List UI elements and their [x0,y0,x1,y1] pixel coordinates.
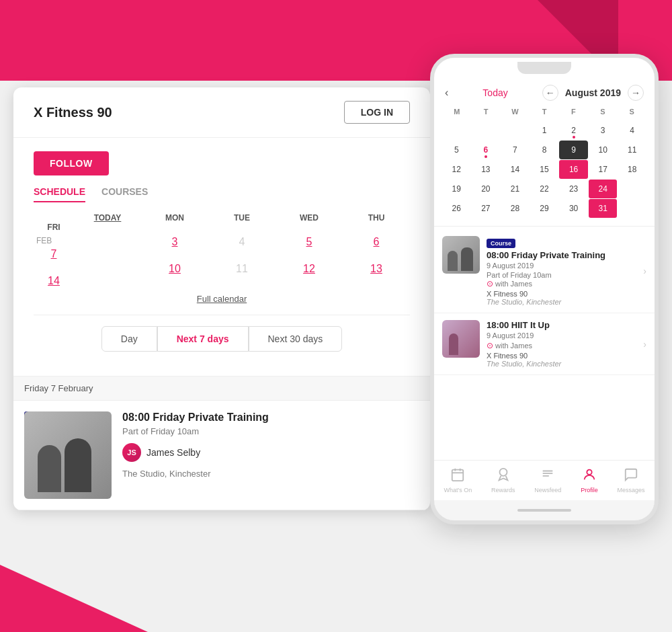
cal-cell-23[interactable]: 23 [559,180,588,198]
cal-date-7[interactable]: 7 [34,248,74,260]
login-button[interactable]: LOG IN [344,101,410,124]
date-section-label: Friday 7 February [13,376,430,401]
phone-session-arrow-1[interactable]: › [643,266,646,276]
cal-cell-6[interactable]: 6 [472,141,501,159]
cal-cell-14[interactable]: 14 [501,160,530,179]
newsfeed-label: Newsfeed [534,487,561,493]
cal-cell-16[interactable]: 16 [559,160,588,179]
phone-prev-month[interactable]: ← [542,85,558,101]
main-card: X Fitness 90 LOG IN FOLLOW SCHEDULE COUR… [13,87,430,510]
phone-course-badge-1: Course [487,239,515,248]
phone-back-arrow[interactable]: ‹ [445,87,448,99]
phone-session-sub-1: Part of Friday 10am [487,271,636,279]
session-photo [24,411,112,499]
cal-day-wed: WED [276,213,343,223]
cal-cell-11[interactable]: 11 [618,141,646,159]
cal-cell-5[interactable]: 5 [442,141,471,159]
next7-view-button[interactable]: Next 7 days [157,326,249,352]
phone-session-item-2[interactable]: 18:00 HIIT It Up 9 August 2019 ⊙ with Ja… [434,313,655,375]
trainer-name: James Selby [146,447,200,458]
phone-session-arrow-2[interactable]: › [643,339,646,350]
cal-cell-8[interactable]: 8 [530,141,559,159]
phone-nav-whats-on[interactable]: What's On [444,467,472,493]
cal-cell-31[interactable]: 31 [589,199,618,218]
cal-cell-7[interactable]: 7 [501,141,530,159]
tab-courses[interactable]: COURSES [101,186,148,202]
full-calendar-link[interactable]: Full calendar [34,294,410,304]
cal-cell-27[interactable]: 27 [472,199,501,218]
cal-month-feb: FEB [34,236,74,248]
newsfeed-icon [540,467,555,485]
cal-day-thu: THU [343,213,410,223]
cal-cell-29[interactable]: 29 [530,199,559,218]
cal-cell-4[interactable]: 4 [618,121,646,140]
phone-session-item-1[interactable]: Course 08:00 Friday Private Training 9 A… [434,229,655,313]
phone-cal-t1: T [471,105,500,118]
home-indicator [517,509,571,512]
cal-cell-13[interactable]: 13 [472,160,501,179]
phone-location-italic-2: The Studio, Kinchester [487,360,636,368]
cal-cell-25[interactable] [618,180,646,198]
cal-date-6[interactable]: 6 [343,236,410,248]
cal-date-3[interactable]: 3 [141,236,208,248]
cal-cell-20[interactable]: 20 [472,180,501,198]
phone-notch-area [434,58,655,78]
cal-cell-3[interactable]: 3 [589,121,618,140]
cal-cell-24[interactable]: 24 [589,180,618,198]
cal-cell-18[interactable]: 18 [618,160,646,179]
session-info: 08:00 Friday Private Training Part of Fr… [122,411,419,499]
cal-cell-26[interactable]: 26 [442,199,471,218]
phone-next-month[interactable]: → [628,85,644,101]
cal-date-12[interactable]: 12 [276,263,343,275]
phone-nav-newsfeed[interactable]: Newsfeed [534,467,561,493]
phone-nav-rewards[interactable]: Rewards [491,467,515,493]
phone-back-label[interactable]: Today [482,87,507,98]
phone-nav-profile[interactable]: Profile [581,467,598,493]
follow-button[interactable]: FOLLOW [34,151,109,175]
phone-session-date-1: 9 August 2019 [487,262,636,270]
cal-cell-2[interactable]: 2 [559,121,588,140]
next30-view-button[interactable]: Next 30 days [249,326,343,352]
phone-location-1: X Fitness 90 [487,290,636,298]
day-view-button[interactable]: Day [101,326,157,352]
cal-cell-1[interactable]: 1 [530,121,559,140]
phone-trainer-label-2: with James [495,342,532,350]
calendar-grid: Today MON TUE WED THU FRI FEB 3 4 5 6 7 … [34,213,410,287]
cal-cell-30[interactable]: 30 [559,199,588,218]
svg-rect-0 [452,470,464,481]
cal-cell-9[interactable]: 9 [559,141,588,159]
divider [34,315,410,315]
phone-notch [517,62,571,74]
profile-icon [582,467,597,485]
cal-date-today-2 [74,263,141,275]
phone-bottom-bar [434,500,655,520]
cal-month-label [34,213,74,223]
phone-trainer-1: ⊙ with James [487,279,636,288]
cal-cell-17[interactable]: 17 [589,160,618,179]
phone-cal-f: F [559,105,588,118]
messages-label: Messages [618,487,645,493]
phone-cal-s1: S [588,105,617,118]
cal-cell-28[interactable]: 28 [501,199,530,218]
phone-session-info-1: Course 08:00 Friday Private Training 9 A… [487,236,636,306]
cal-cell-19[interactable]: 19 [442,180,471,198]
phone-nav-messages[interactable]: Messages [618,467,645,493]
tab-schedule[interactable]: SCHEDULE [34,186,85,202]
phone-location-italic-1: The Studio, Kinchester [487,298,636,306]
cal-date-13[interactable]: 13 [343,263,410,275]
cal-cell-12[interactable]: 12 [442,160,471,179]
trainer-icon-2: ⊙ [487,341,493,350]
cal-date-5[interactable]: 5 [276,236,343,248]
cal-cell-15[interactable]: 15 [530,160,559,179]
phone-sessions-list: Course 08:00 Friday Private Training 9 A… [434,229,655,460]
cal-cell-22[interactable]: 22 [530,180,559,198]
cal-date-14[interactable]: 14 [34,275,74,287]
cal-date-10[interactable]: 10 [141,263,208,275]
cal-cell-10[interactable]: 10 [589,141,618,159]
trainer-icon-1: ⊙ [487,279,493,288]
cal-cell-21[interactable]: 21 [501,180,530,198]
phone-content: ‹ Today ← August 2019 → M T W T F S [434,78,655,500]
rewards-label: Rewards [491,487,515,493]
cal-month-spacer [34,263,74,275]
phone-header: ‹ Today ← August 2019 → [434,78,655,105]
